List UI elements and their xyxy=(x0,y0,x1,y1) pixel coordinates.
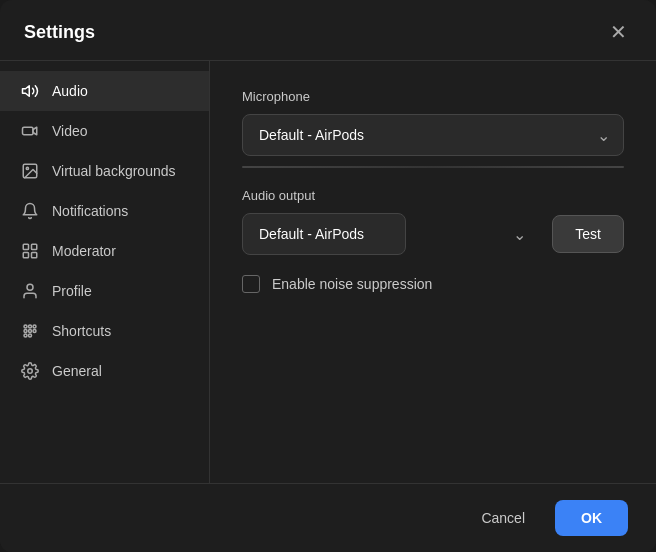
microphone-label: Microphone xyxy=(242,89,624,104)
sidebar-label-moderator: Moderator xyxy=(52,243,116,259)
svg-rect-1 xyxy=(23,127,34,135)
sidebar-item-video[interactable]: Video xyxy=(0,111,209,151)
svg-point-3 xyxy=(26,167,28,169)
svg-point-10 xyxy=(29,325,32,328)
svg-point-8 xyxy=(27,284,33,290)
audio-output-select[interactable]: Default - AirPods xyxy=(242,213,406,255)
noise-suppression-row: Enable noise suppression xyxy=(242,275,624,293)
svg-rect-6 xyxy=(23,253,28,258)
sidebar-label-notifications: Notifications xyxy=(52,203,128,219)
sidebar-label-virtual-backgrounds: Virtual backgrounds xyxy=(52,163,175,179)
sidebar: Audio Video xyxy=(0,61,210,483)
audio-output-label: Audio output xyxy=(242,188,624,203)
virtual-backgrounds-icon xyxy=(20,161,40,181)
general-icon xyxy=(20,361,40,381)
moderator-icon xyxy=(20,241,40,261)
modal-body: Audio Video xyxy=(0,61,656,483)
sidebar-item-moderator[interactable]: Moderator xyxy=(0,231,209,271)
svg-rect-4 xyxy=(23,244,28,249)
noise-suppression-checkbox[interactable] xyxy=(242,275,260,293)
profile-icon xyxy=(20,281,40,301)
settings-modal: Settings ✕ Audio xyxy=(0,0,656,552)
ok-button[interactable]: OK xyxy=(555,500,628,536)
main-content: Microphone Default - AirPods ⌄ Audio out… xyxy=(210,61,656,483)
test-button[interactable]: Test xyxy=(552,215,624,253)
sidebar-item-general[interactable]: General xyxy=(0,351,209,391)
noise-suppression-label: Enable noise suppression xyxy=(272,276,432,292)
cancel-button[interactable]: Cancel xyxy=(463,500,543,536)
notifications-icon xyxy=(20,201,40,221)
audio-output-row: Default - AirPods ⌄ Test xyxy=(242,213,624,255)
microphone-level-divider xyxy=(242,166,624,168)
sidebar-item-profile[interactable]: Profile xyxy=(0,271,209,311)
svg-point-17 xyxy=(28,369,33,374)
sidebar-label-profile: Profile xyxy=(52,283,92,299)
audio-output-select-wrapper: Default - AirPods ⌄ xyxy=(242,213,540,255)
sidebar-label-shortcuts: Shortcuts xyxy=(52,323,111,339)
svg-point-14 xyxy=(33,330,36,333)
svg-marker-0 xyxy=(23,86,30,97)
close-button[interactable]: ✕ xyxy=(604,18,632,46)
svg-rect-7 xyxy=(32,253,37,258)
audio-icon xyxy=(20,81,40,101)
sidebar-item-shortcuts[interactable]: Shortcuts xyxy=(0,311,209,351)
svg-rect-5 xyxy=(32,244,37,249)
svg-point-13 xyxy=(29,330,32,333)
sidebar-label-video: Video xyxy=(52,123,88,139)
microphone-select[interactable]: Default - AirPods xyxy=(242,114,624,156)
sidebar-item-virtual-backgrounds[interactable]: Virtual backgrounds xyxy=(0,151,209,191)
sidebar-label-audio: Audio xyxy=(52,83,88,99)
audio-output-chevron-icon: ⌄ xyxy=(513,225,526,244)
sidebar-item-notifications[interactable]: Notifications xyxy=(0,191,209,231)
svg-point-11 xyxy=(33,325,36,328)
modal-header: Settings ✕ xyxy=(0,0,656,61)
svg-point-9 xyxy=(24,325,27,328)
modal-footer: Cancel OK xyxy=(0,483,656,552)
shortcuts-icon xyxy=(20,321,40,341)
svg-point-16 xyxy=(29,334,32,337)
microphone-select-wrapper: Default - AirPods ⌄ xyxy=(242,114,624,156)
svg-point-12 xyxy=(24,330,27,333)
svg-point-15 xyxy=(24,334,27,337)
sidebar-item-audio[interactable]: Audio xyxy=(0,71,209,111)
modal-title: Settings xyxy=(24,22,95,43)
video-icon xyxy=(20,121,40,141)
sidebar-label-general: General xyxy=(52,363,102,379)
